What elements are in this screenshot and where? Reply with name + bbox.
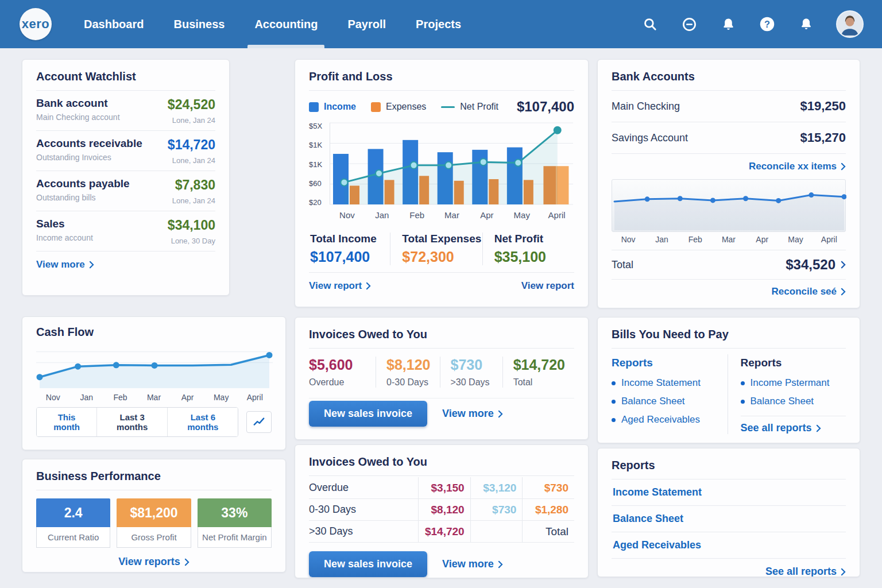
bank-account-balance: $19,250 xyxy=(800,99,846,114)
see-all-reports-link[interactable]: See all reports xyxy=(765,566,846,577)
chevron-right-icon xyxy=(366,282,371,290)
user-avatar[interactable] xyxy=(837,11,862,37)
see-all-reports-link[interactable]: See all reports xyxy=(741,422,821,434)
range-this-month-button[interactable]: This month xyxy=(37,408,97,436)
report-link-income-pstermant[interactable]: Income Pstermant xyxy=(741,374,846,392)
table-cell-total-label: Total xyxy=(522,521,574,542)
x-label: Apr xyxy=(469,210,504,220)
watchlist-row-note: Lone, Jan 24 xyxy=(172,196,215,205)
watchlist-view-more-link[interactable]: View more xyxy=(36,259,94,270)
chevron-right-icon xyxy=(184,558,189,566)
x-label: Nov xyxy=(612,235,645,244)
bank-balance-chart-frame xyxy=(612,179,846,232)
x-label: Mar xyxy=(137,393,171,402)
reconcile-see-link[interactable]: Reconcile seé xyxy=(772,286,846,297)
table-cell: $1,280 xyxy=(522,499,574,520)
stat-total: $14,720 Total xyxy=(502,357,574,388)
minus-circle-icon[interactable] xyxy=(681,16,697,32)
row-label: Overdue xyxy=(309,482,418,494)
report-link-aged-receivables[interactable]: Aged Receivables xyxy=(612,532,846,559)
business-performance-title: Business Performance xyxy=(36,470,272,483)
watchlist-row-amount: $34,100 xyxy=(168,218,215,233)
report-link-aged-receivables[interactable]: Aged Receivables xyxy=(612,411,717,429)
metric-label: Net Profit Margin xyxy=(198,527,272,548)
nav-item-payroll[interactable]: Payroll xyxy=(347,0,386,48)
help-icon[interactable]: ? xyxy=(759,16,775,32)
x-label: May xyxy=(204,393,238,402)
x-label: April xyxy=(539,210,574,220)
xero-logo[interactable]: xero xyxy=(20,8,52,40)
x-label: Apr xyxy=(171,393,204,402)
bank-total-label: Total xyxy=(612,259,633,271)
net-profit-total: Net Profit $35,100 xyxy=(482,233,574,265)
range-last-3-months-button[interactable]: Last 3 months xyxy=(97,408,168,436)
nav-item-business[interactable]: Business xyxy=(173,0,225,48)
new-sales-invoice-button[interactable]: New sales invoice xyxy=(309,551,427,577)
invoices-owed-table-card: Invoices Owed to You Overdue $3,150 $3,1… xyxy=(295,444,589,578)
x-label: Feb xyxy=(103,393,137,402)
legend-income: Income xyxy=(309,102,356,112)
new-sales-invoice-button[interactable]: New sales invoice xyxy=(309,401,427,427)
bank-row-savings-account: Savings Account $15,270 xyxy=(612,122,846,154)
business-performance-view-reports-link[interactable]: View reports xyxy=(118,556,189,568)
stat-value: $14,720 xyxy=(513,357,565,373)
stat-over-30-days: $730 >30 Days xyxy=(440,357,502,388)
report-link-balance-sheet[interactable]: Balance Sheet xyxy=(612,506,846,532)
table-cell: $14,720 xyxy=(418,521,470,542)
nav-item-projects[interactable]: Projects xyxy=(416,0,461,48)
bills-to-pay-card: Bills You Need to Pay Reports Income Sta… xyxy=(597,317,860,443)
nav-item-accounting[interactable]: Accounting xyxy=(254,0,318,48)
total-label: Total Income xyxy=(310,233,390,245)
x-label: May xyxy=(504,210,539,220)
report-link-income-statement[interactable]: Income Statement xyxy=(612,374,717,392)
y-tick: $20 xyxy=(309,198,330,207)
bills-reports-column-right: Reports Income Pstermant Balance Sheet S… xyxy=(728,354,846,434)
table-cell xyxy=(470,521,523,542)
nav-item-dashboard[interactable]: Dashboard xyxy=(84,0,144,48)
report-link-balance-sheet[interactable]: Balance Sheet xyxy=(741,392,846,411)
chevron-right-icon xyxy=(841,288,846,296)
divider xyxy=(612,348,846,349)
profit-loss-view-report-link-right[interactable]: View report xyxy=(521,280,574,292)
invoices-view-more-link[interactable]: View more xyxy=(442,408,503,420)
watchlist-row-amount: $7,830 xyxy=(172,177,215,193)
dashboard-grid: Account Watchlist Bank account Main Chec… xyxy=(0,48,882,578)
reports-card: Reports Income Statement Balance Sheet A… xyxy=(597,448,860,577)
income-swatch xyxy=(309,102,319,112)
notifications-bell-icon[interactable] xyxy=(720,16,736,32)
profit-loss-y-axis: $5X $1K $1K $60 $20 xyxy=(309,121,330,207)
profit-and-loss-card: Profit and Loss Income Expenses Net Prof… xyxy=(295,59,589,307)
range-last-6-months-button[interactable]: Last 6 months xyxy=(168,408,238,436)
bank-row-main-checking: Main Checking $19,250 xyxy=(612,91,846,122)
center-column: Profit and Loss Income Expenses Net Prof… xyxy=(295,59,589,578)
report-link-income-statement[interactable]: Income Statement xyxy=(612,479,846,506)
divider xyxy=(309,475,574,476)
business-performance-card: Business Performance 2.4 Current Ratio $… xyxy=(22,459,286,572)
x-label: Apr xyxy=(745,235,779,244)
metric-tile-net-profit-margin: 33% Net Profit Margin xyxy=(198,498,272,548)
profit-loss-chart xyxy=(330,121,573,208)
total-value: $107,400 xyxy=(310,249,390,265)
invoices-table-title: Invoices Owed to You xyxy=(309,455,574,469)
search-icon[interactable] xyxy=(642,16,658,32)
bank-total-row[interactable]: Total $34,520 xyxy=(612,250,846,279)
alerts-bell-icon[interactable] xyxy=(798,16,814,32)
metric-value: $81,200 xyxy=(117,498,191,527)
table-cell: $3,120 xyxy=(470,477,523,498)
table-cell: $8,120 xyxy=(418,499,470,520)
bullet-icon xyxy=(612,400,616,404)
stat-label: 0-30 Days xyxy=(386,377,430,388)
left-column: Account Watchlist Bank account Main Chec… xyxy=(22,59,286,578)
bills-to-pay-title: Bills You Need to Pay xyxy=(612,328,846,341)
table-cell: $730 xyxy=(470,499,523,520)
chevron-right-icon xyxy=(841,568,846,576)
invoices-owed-summary-card: Invoices Owed to You $5,600 Overdue $8,1… xyxy=(295,317,589,440)
profit-loss-legend: Income Expenses Net Profit $107,400 xyxy=(309,99,574,115)
chart-type-button[interactable] xyxy=(246,411,272,433)
svg-text:?: ? xyxy=(764,19,770,29)
account-watchlist-title: Account Watchlist xyxy=(36,70,215,83)
invoices-table-view-more-link[interactable]: View more xyxy=(442,558,503,570)
profit-loss-view-report-link[interactable]: View report xyxy=(309,280,371,292)
reconcile-items-link[interactable]: Reconcile xx items xyxy=(749,161,846,172)
report-link-balance-sheet[interactable]: Balance Sheet xyxy=(612,392,717,411)
